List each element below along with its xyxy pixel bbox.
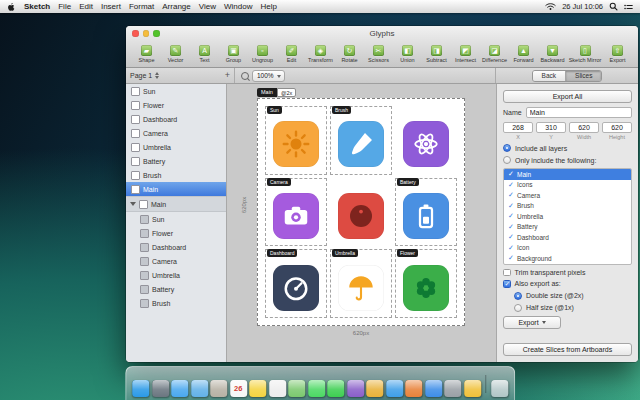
export-layer-row[interactable]: Brush (504, 201, 631, 212)
include-all-layers-radio[interactable]: Include all layers (503, 144, 632, 152)
toolbar-forward-icon[interactable]: ▲ Forward (509, 45, 538, 63)
toolbar-scissors-icon[interactable]: ✂ Scissors (364, 45, 393, 63)
layer-row-child[interactable]: Battery (126, 282, 226, 296)
export-layer-row[interactable]: Battery (504, 222, 631, 233)
height-input[interactable] (602, 122, 632, 133)
wifi-icon[interactable] (545, 2, 556, 11)
toolbar-subtract-icon[interactable]: ◨ Subtract (422, 45, 451, 63)
layer-row-artboard[interactable]: Dashboard (126, 112, 226, 126)
zoom-level-select[interactable]: 100% (252, 70, 285, 82)
disclosure-triangle-icon[interactable] (130, 202, 136, 206)
menu-item[interactable]: Insert (101, 2, 121, 11)
dock-icon-finder[interactable] (132, 380, 149, 397)
layer-row-artboard[interactable]: Brush (126, 168, 226, 182)
layer-row-artboard[interactable]: Flower (126, 98, 226, 112)
slice-badge[interactable]: Main @2x (257, 88, 296, 97)
notification-center-icon[interactable] (624, 3, 633, 11)
dock-icon-reminders[interactable] (269, 380, 286, 397)
dock-icon-ibooks[interactable] (405, 380, 422, 397)
toolbar-export-icon[interactable]: ⇧ Export (603, 45, 632, 63)
layer-row-artboard[interactable]: Battery (126, 154, 226, 168)
menu-item[interactable]: Format (129, 2, 154, 11)
dock-icon-iphoto[interactable] (366, 380, 383, 397)
half-size-radio[interactable]: Half size (@1x) (503, 304, 632, 312)
tile-umbrella[interactable] (338, 265, 384, 311)
toolbar-union-icon[interactable]: ◧ Union (393, 45, 422, 63)
tile-brush[interactable] (338, 121, 384, 167)
tile-flower[interactable] (403, 265, 449, 311)
spotlight-icon[interactable] (609, 2, 618, 11)
page-name[interactable]: Page 1 (130, 72, 152, 79)
menu-item[interactable]: Arrange (162, 2, 190, 11)
layer-row-artboard[interactable]: Sun (126, 84, 226, 98)
toolbar-backward-icon[interactable]: ▼ Backward (538, 45, 567, 63)
dock-icon-sketch[interactable] (464, 380, 481, 397)
toolbar-difference-icon[interactable]: ◪ Difference (480, 45, 509, 63)
canvas[interactable]: Main @2x 620px Sun Brush (227, 84, 496, 362)
export-layer-row[interactable]: Dashboard (504, 232, 631, 243)
dock-icon-safari[interactable] (171, 380, 188, 397)
trim-transparent-checkbox[interactable]: Trim transparent pixels (503, 269, 632, 277)
toolbar-text-icon[interactable]: A Text (190, 45, 219, 63)
toolbar-shape-icon[interactable]: ▰ Shape (132, 45, 161, 63)
apple-menu-icon[interactable] (7, 2, 16, 12)
add-page-button[interactable]: + (225, 71, 230, 80)
create-slices-button[interactable]: Create Slices from Artboards (503, 343, 632, 356)
segment-button[interactable]: Slices (565, 71, 601, 81)
export-layer-row[interactable]: Background (504, 253, 631, 264)
dock-icon-itunes[interactable] (386, 380, 403, 397)
dock-icon-calendar[interactable]: 26 (230, 380, 247, 397)
menu-item[interactable]: Help (260, 2, 276, 11)
export-all-button[interactable]: Export All (503, 90, 632, 103)
tile-sun[interactable] (273, 121, 319, 167)
also-export-checkbox[interactable]: Also export as: (503, 280, 632, 288)
tile-camera[interactable] (273, 193, 319, 239)
export-layer-row[interactable]: Main (504, 169, 631, 180)
dock-icon-maps[interactable] (288, 380, 305, 397)
dock-icon-notes[interactable] (249, 380, 266, 397)
double-size-radio[interactable]: Double size (@2x) (503, 292, 632, 300)
dock-icon-facetime[interactable] (327, 380, 344, 397)
menu-app-name[interactable]: Sketch (24, 2, 50, 11)
menu-item[interactable]: Edit (79, 2, 93, 11)
dock-icon-trash[interactable] (491, 380, 508, 397)
export-layer-row[interactable]: Icons (504, 180, 631, 191)
dock-icon-app-store[interactable] (425, 380, 442, 397)
layer-row-child[interactable]: Dashboard (126, 240, 226, 254)
pages-bar[interactable]: Page 1 + (126, 68, 235, 83)
artboard[interactable]: Sun Brush Camera (257, 98, 465, 326)
dock-icon-contacts[interactable] (210, 380, 227, 397)
tile-gauge[interactable] (273, 265, 319, 311)
tile-battery[interactable] (403, 193, 449, 239)
layer-row-artboard[interactable]: Camera (126, 126, 226, 140)
export-button[interactable]: Export (503, 316, 561, 329)
layer-row-artboard[interactable]: Umbrella (126, 140, 226, 154)
x-input[interactable] (503, 122, 533, 133)
close-button[interactable] (132, 30, 139, 37)
toolbar-intersect-icon[interactable]: ◩ Intersect (451, 45, 480, 63)
layer-row-child[interactable]: Umbrella (126, 268, 226, 282)
layer-row-child[interactable]: Sun (126, 212, 226, 226)
toolbar-edit-icon[interactable]: ✐ Edit (277, 45, 306, 63)
title-bar[interactable]: Glyphs (126, 26, 638, 41)
export-layer-row[interactable]: Icon (504, 243, 631, 254)
tile-atom[interactable] (403, 121, 449, 167)
name-input[interactable] (526, 107, 632, 118)
tile-knob[interactable] (338, 193, 384, 239)
menu-item[interactable]: File (58, 2, 71, 11)
layer-row-artboard[interactable]: Main (126, 182, 226, 196)
menu-item[interactable]: Window (224, 2, 252, 11)
dock-icon-mail[interactable] (191, 380, 208, 397)
page-chevrons-icon[interactable] (155, 72, 159, 79)
minimize-button[interactable] (143, 30, 150, 37)
toolbar-transform-icon[interactable]: ◈ Transform (306, 45, 335, 63)
dock-icon-photo-booth[interactable] (347, 380, 364, 397)
y-input[interactable] (536, 122, 566, 133)
layer-row-child[interactable]: Flower (126, 226, 226, 240)
dock-icon-messages[interactable] (308, 380, 325, 397)
layer-row-child[interactable]: Camera (126, 254, 226, 268)
toolbar-vector-icon[interactable]: ✎ Vector (161, 45, 190, 63)
segment-button[interactable]: Back (533, 71, 565, 81)
menu-clock[interactable]: 26 Jul 10:06 (562, 2, 603, 11)
dock-icon-system-preferences[interactable] (444, 380, 461, 397)
